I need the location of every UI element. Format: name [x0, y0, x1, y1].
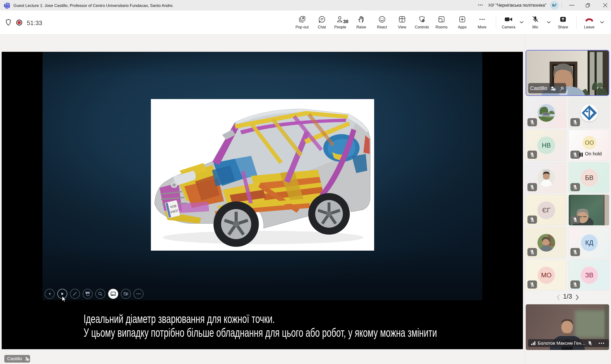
svg-text:T: T — [5, 4, 6, 7]
svg-text:?: ? — [27, 359, 28, 361]
svg-text:?: ? — [553, 88, 555, 91]
